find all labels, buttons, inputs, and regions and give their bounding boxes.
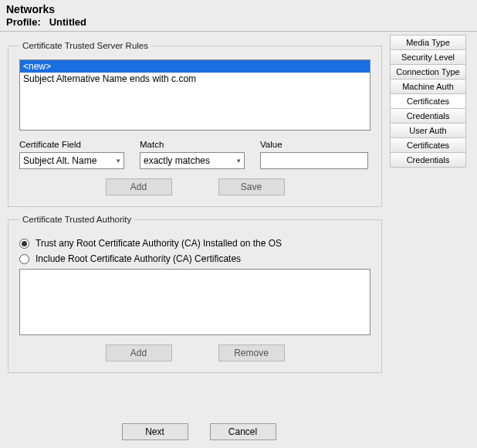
profile-label: Profile: — [6, 16, 41, 28]
match-value: exactly matches — [144, 155, 210, 166]
page-title: Networks — [6, 3, 471, 15]
value-input-wrap[interactable] — [260, 152, 368, 169]
cert-field-value: Subject Alt. Name — [23, 155, 96, 166]
profile-line: Profile: Untitled — [6, 16, 471, 28]
authority-listbox[interactable] — [19, 269, 370, 335]
cert-field-select[interactable]: Subject Alt. Name ▾ — [19, 152, 124, 169]
list-item[interactable]: <new> — [20, 60, 370, 73]
radio-trust-os[interactable]: Trust any Root Certificate Authority (CA… — [19, 238, 370, 249]
rules-save-button[interactable]: Save — [218, 178, 285, 195]
next-button[interactable]: Next — [122, 423, 188, 440]
tab-user-auth[interactable]: User Auth — [390, 123, 466, 138]
radio-icon — [19, 254, 29, 264]
authority-group: Certificate Trusted Authority Trust any … — [8, 215, 382, 373]
match-label: Match — [140, 140, 245, 149]
cert-field-label: Certificate Field — [19, 140, 124, 149]
match-select[interactable]: exactly matches ▾ — [140, 152, 245, 169]
chevron-down-icon: ▾ — [237, 157, 241, 165]
radio-include-label: Include Root Certificate Authority (CA) … — [36, 253, 241, 264]
rules-listbox[interactable]: <new> Subject Alternative Name ends with… — [19, 59, 370, 131]
footer: Next Cancel — [0, 423, 390, 440]
list-item[interactable]: Subject Alternative Name ends with c.com — [20, 73, 370, 85]
tab-credentials-2[interactable]: Credentials — [390, 152, 466, 168]
authority-add-button[interactable]: Add — [106, 344, 172, 361]
tab-media-type[interactable]: Media Type — [390, 35, 466, 50]
header: Networks Profile: Untitled — [0, 0, 477, 29]
profile-name: Untitled — [49, 16, 86, 28]
side-tabs: Media Type Security Level Connection Typ… — [390, 32, 471, 167]
radio-trust-label: Trust any Root Certificate Authority (CA… — [36, 238, 282, 249]
tab-connection-type[interactable]: Connection Type — [390, 64, 466, 80]
tab-security-level[interactable]: Security Level — [390, 49, 466, 65]
value-input[interactable] — [264, 154, 364, 167]
tab-certificates[interactable]: Certificates — [390, 93, 466, 109]
radio-include-ca[interactable]: Include Root Certificate Authority (CA) … — [19, 253, 370, 264]
tab-credentials[interactable]: Credentials — [390, 108, 466, 124]
cancel-button[interactable]: Cancel — [210, 423, 276, 440]
chevron-down-icon: ▾ — [117, 157, 120, 165]
tab-machine-auth[interactable]: Machine Auth — [390, 79, 466, 94]
tab-certificates-2[interactable]: Certificates — [390, 137, 466, 153]
radio-icon — [19, 239, 29, 249]
rules-add-button[interactable]: Add — [106, 178, 172, 195]
authority-legend: Certificate Trusted Authority — [19, 215, 134, 224]
rules-legend: Certificate Trusted Server Rules — [19, 41, 151, 50]
authority-remove-button[interactable]: Remove — [218, 344, 285, 361]
rules-group: Certificate Trusted Server Rules <new> S… — [8, 41, 382, 207]
value-label: Value — [260, 140, 368, 149]
